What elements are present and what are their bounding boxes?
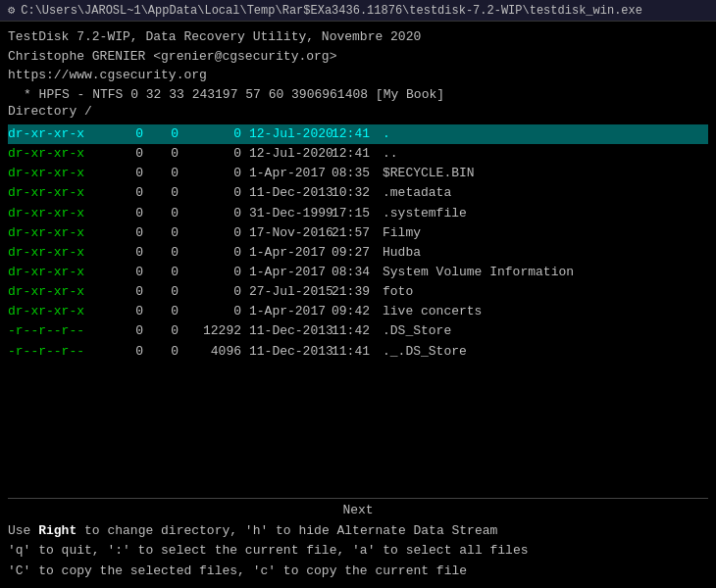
- header-section: TestDisk 7.2-WIP, Data Recovery Utility,…: [8, 27, 708, 121]
- file-n2: 0: [151, 321, 179, 341]
- file-date: 12-Jul-2020: [249, 144, 328, 164]
- file-perms: dr-xr-xr-x: [8, 204, 116, 223]
- file-perms: -r--r--r--: [8, 342, 116, 362]
- file-date: 1-Apr-2017: [249, 302, 328, 321]
- file-size: 0: [186, 183, 241, 203]
- file-n1: 0: [116, 282, 143, 302]
- hint-line-1: Use Right to change directory, 'h' to hi…: [8, 521, 708, 542]
- file-n1: 0: [116, 342, 143, 362]
- file-time: 09:42: [332, 302, 375, 321]
- file-date: 12-Jul-2020: [249, 124, 328, 144]
- file-size: 4096: [186, 342, 241, 362]
- file-date: 1-Apr-2017: [249, 263, 328, 282]
- file-n1: 0: [116, 243, 143, 263]
- file-n2: 0: [151, 282, 179, 302]
- file-name: .DS_Store: [383, 321, 708, 341]
- file-size: 0: [186, 204, 241, 223]
- hint-line-3: 'C' to copy the selected files, 'c' to c…: [8, 562, 708, 582]
- file-perms: dr-xr-xr-x: [8, 124, 116, 144]
- disk-info: * HPFS - NTFS 0 32 33 243197 57 60 39069…: [8, 85, 708, 105]
- table-row[interactable]: dr-xr-xr-x 0 0 027-Jul-201521:39foto: [8, 282, 708, 302]
- file-name: Filmy: [383, 223, 708, 243]
- title-path: C:\Users\JAROSL~1\AppData\Local\Temp\Rar…: [21, 4, 642, 18]
- file-time: 11:42: [332, 321, 375, 341]
- file-n1: 0: [116, 223, 143, 243]
- file-time: 08:34: [332, 263, 375, 282]
- file-n1: 0: [116, 164, 143, 183]
- table-row[interactable]: dr-xr-xr-x 0 0 01-Apr-201708:35$RECYCLE.…: [8, 164, 708, 183]
- file-name: .metadata: [383, 183, 708, 203]
- file-time: 10:32: [332, 183, 375, 203]
- file-size: 0: [186, 164, 241, 183]
- file-size: 0: [186, 223, 241, 243]
- file-n2: 0: [151, 342, 179, 362]
- file-date: 27-Jul-2015: [249, 282, 328, 302]
- file-n2: 0: [151, 144, 179, 164]
- table-row[interactable]: dr-xr-xr-x 0 0 017-Nov-201621:57Filmy: [8, 223, 708, 243]
- file-name: live concerts: [383, 302, 708, 321]
- table-row[interactable]: dr-xr-xr-x 0 0 01-Apr-201709:27Hudba: [8, 243, 708, 263]
- table-row[interactable]: dr-xr-xr-x 0 0 011-Dec-201310:32.metadat…: [8, 183, 708, 203]
- file-name: foto: [383, 282, 708, 302]
- table-row[interactable]: dr-xr-xr-x 0 0 012-Jul-202012:41..: [8, 144, 708, 164]
- file-date: 11-Dec-2013: [249, 321, 328, 341]
- file-perms: dr-xr-xr-x: [8, 302, 116, 321]
- title-bar: ⚙ C:\Users\JAROSL~1\AppData\Local\Temp\R…: [0, 0, 716, 22]
- file-name: Hudba: [383, 243, 708, 263]
- file-time: 17:15: [332, 204, 375, 223]
- file-n2: 0: [151, 302, 179, 321]
- file-n1: 0: [116, 204, 143, 223]
- file-date: 11-Dec-2013: [249, 342, 328, 362]
- file-name: ..: [383, 144, 708, 164]
- file-size: 0: [186, 282, 241, 302]
- table-row[interactable]: -r--r--r-- 0 0 409611-Dec-201311:41._.DS…: [8, 342, 708, 362]
- file-n1: 0: [116, 263, 143, 282]
- file-time: 12:41: [332, 124, 375, 144]
- file-name: .: [383, 124, 708, 144]
- file-time: 08:35: [332, 164, 375, 183]
- author-line: Christophe GRENIER <grenier@cgsecurity.o…: [8, 47, 708, 67]
- file-date: 1-Apr-2017: [249, 243, 328, 263]
- file-n1: 0: [116, 183, 143, 203]
- file-perms: dr-xr-xr-x: [8, 243, 116, 263]
- table-row[interactable]: dr-xr-xr-x 0 0 012-Jul-202012:41.: [8, 124, 708, 144]
- main-content: TestDisk 7.2-WIP, Data Recovery Utility,…: [0, 22, 716, 588]
- file-n2: 0: [151, 204, 179, 223]
- file-time: 21:57: [332, 223, 375, 243]
- file-perms: dr-xr-xr-x: [8, 282, 116, 302]
- file-date: 31-Dec-1999: [249, 204, 328, 223]
- file-date: 11-Dec-2013: [249, 183, 328, 203]
- next-label: Next: [8, 503, 708, 517]
- hint-line-2: 'q' to quit, ':' to select the current f…: [8, 541, 708, 562]
- file-n2: 0: [151, 263, 179, 282]
- file-size: 0: [186, 302, 241, 321]
- file-n2: 0: [151, 243, 179, 263]
- file-perms: dr-xr-xr-x: [8, 223, 116, 243]
- file-perms: dr-xr-xr-x: [8, 183, 116, 203]
- file-n2: 0: [151, 164, 179, 183]
- table-row[interactable]: dr-xr-xr-x 0 0 031-Dec-199917:15.systemf…: [8, 204, 708, 223]
- file-time: 09:27: [332, 243, 375, 263]
- file-size: 12292: [186, 321, 241, 341]
- file-size: 0: [186, 124, 241, 144]
- app-icon: ⚙: [8, 3, 15, 18]
- file-n2: 0: [151, 124, 179, 144]
- file-date: 17-Nov-2016: [249, 223, 328, 243]
- table-row[interactable]: dr-xr-xr-x 0 0 01-Apr-201709:42live conc…: [8, 302, 708, 321]
- table-row[interactable]: dr-xr-xr-x 0 0 01-Apr-201708:34System Vo…: [8, 263, 708, 282]
- bottom-section: Next Use Right to change directory, 'h' …: [8, 498, 708, 582]
- file-n1: 0: [116, 321, 143, 341]
- app-title: TestDisk 7.2-WIP, Data Recovery Utility,…: [8, 27, 708, 47]
- file-time: 11:41: [332, 342, 375, 362]
- table-row[interactable]: -r--r--r-- 0 0 1229211-Dec-201311:42.DS_…: [8, 321, 708, 341]
- file-n1: 0: [116, 302, 143, 321]
- file-perms: -r--r--r--: [8, 321, 116, 341]
- file-size: 0: [186, 243, 241, 263]
- file-n1: 0: [116, 124, 143, 144]
- file-name: ._.DS_Store: [383, 342, 708, 362]
- file-name: $RECYCLE.BIN: [383, 164, 708, 183]
- file-perms: dr-xr-xr-x: [8, 263, 116, 282]
- file-n1: 0: [116, 144, 143, 164]
- directory-label: Directory /: [8, 104, 708, 119]
- file-size: 0: [186, 144, 241, 164]
